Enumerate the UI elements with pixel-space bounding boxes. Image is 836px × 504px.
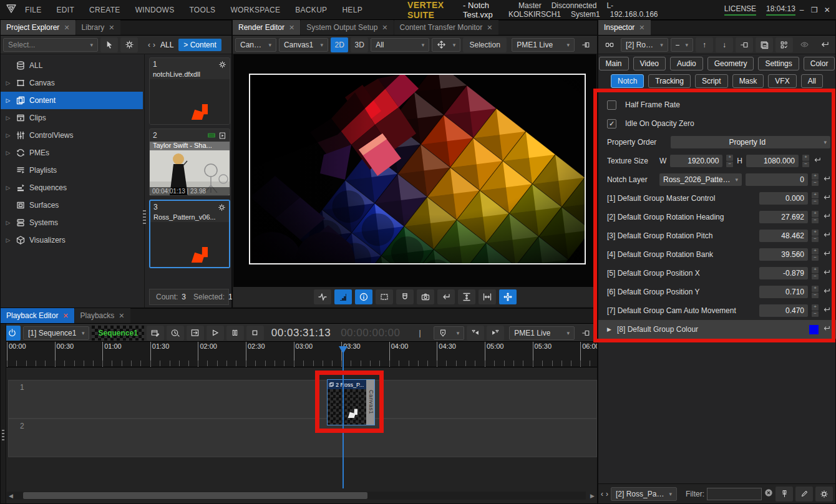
reset-icon[interactable] bbox=[822, 306, 830, 315]
property-value-field[interactable]: 48.462 bbox=[759, 230, 808, 242]
close-icon[interactable]: ✕ bbox=[109, 24, 114, 32]
render-viewport[interactable] bbox=[233, 54, 596, 287]
reset-icon[interactable] bbox=[813, 157, 821, 165]
gear-icon[interactable] bbox=[815, 487, 833, 502]
info-icon[interactable] bbox=[355, 289, 372, 304]
pick-cursor-button[interactable] bbox=[100, 37, 118, 52]
subcategory-button[interactable]: Mask bbox=[732, 74, 764, 88]
pause-button[interactable] bbox=[226, 326, 244, 341]
fit-horizontal-icon[interactable] bbox=[479, 289, 496, 304]
category-button[interactable]: Video bbox=[633, 57, 666, 70]
pin-icon[interactable] bbox=[577, 326, 595, 341]
inspected-object-dropdown[interactable]: [2] Ross_Pattern▾ bbox=[621, 38, 668, 52]
tree-item-clips[interactable]: ▷ Clips bbox=[1, 109, 144, 127]
reset-icon[interactable] bbox=[822, 269, 830, 278]
menu-item[interactable]: HELP bbox=[342, 6, 362, 14]
license-link[interactable]: LICENSE bbox=[724, 4, 756, 16]
tree-item-systems[interactable]: ▷ Systems bbox=[1, 214, 144, 231]
minimize-button[interactable]: – bbox=[795, 6, 808, 14]
breadcrumb-content[interactable]: > Content bbox=[178, 39, 221, 51]
fit-vertical-icon[interactable] bbox=[458, 289, 475, 304]
tab-inspector[interactable]: Inspector✕ bbox=[598, 20, 651, 35]
tree-item-controlviews[interactable]: ▷ ControlViews bbox=[1, 127, 144, 144]
property-value-field[interactable]: 39.560 bbox=[759, 248, 808, 261]
arrow-up-icon[interactable]: ↑ bbox=[696, 37, 713, 52]
timecode-clock-icon[interactable] bbox=[167, 326, 184, 341]
sequence-dropdown[interactable]: [1] Sequence1▾ bbox=[23, 326, 89, 340]
mode-2d-button[interactable]: 2D bbox=[331, 37, 348, 52]
clip-canvas-tab[interactable]: Canvas1 bbox=[366, 380, 374, 425]
reset-icon[interactable] bbox=[822, 288, 830, 296]
tab-playback-editor[interactable]: Playback Editor✕ bbox=[1, 308, 74, 323]
pin-icon[interactable] bbox=[736, 37, 753, 52]
pixel-grid-icon[interactable] bbox=[334, 289, 352, 304]
property-order-dropdown[interactable]: Property Id▾ bbox=[671, 136, 830, 148]
menu-item[interactable]: BACKUP bbox=[295, 6, 327, 14]
menu-item[interactable]: CREATE bbox=[89, 6, 120, 14]
panel-edge-handle[interactable] bbox=[1, 324, 6, 503]
idle-on-opacity-zero-checkbox[interactable]: ✓ bbox=[607, 119, 616, 128]
waveform-icon[interactable] bbox=[314, 289, 331, 304]
marquee-icon[interactable] bbox=[376, 289, 393, 304]
object-nav-dropdown[interactable]: [2] Ross_Pa..._v0...▾ bbox=[611, 487, 677, 501]
arrow-down-icon[interactable]: ↓ bbox=[716, 37, 733, 52]
tree-item-content[interactable]: ▷ Content bbox=[1, 92, 143, 109]
tree-item-surfaces[interactable]: Surfaces bbox=[1, 196, 144, 214]
texture-height-field[interactable]: 1080.000 bbox=[746, 155, 799, 167]
next-object-icon[interactable]: › bbox=[606, 490, 608, 498]
transform-dropdown[interactable]: ▾ bbox=[432, 38, 460, 52]
tree-item-sequences[interactable]: ▷ Sequences bbox=[1, 179, 144, 196]
spinner[interactable]: +− bbox=[726, 155, 733, 167]
subcategory-button[interactable]: Script bbox=[695, 74, 728, 88]
sub-object-dropdown[interactable]: –▾ bbox=[671, 38, 693, 52]
tree-item-canvas[interactable]: ▷ Canvas bbox=[1, 74, 144, 92]
half-frame-rate-checkbox[interactable] bbox=[607, 100, 616, 110]
tab-project-explorer[interactable]: Project Explorer✕ bbox=[1, 20, 75, 35]
reset-view-icon[interactable] bbox=[437, 289, 455, 304]
close-button[interactable]: ✕ bbox=[821, 6, 834, 14]
property-value-field[interactable]: 0.710 bbox=[759, 286, 808, 298]
selection-button[interactable]: Selection bbox=[463, 37, 507, 52]
active-sequence-field[interactable]: Sequence1 bbox=[92, 326, 143, 341]
menu-item[interactable]: WORKSPACE bbox=[230, 6, 280, 14]
tab-render-editor[interactable]: Render Editor✕ bbox=[233, 20, 300, 35]
filter-input[interactable] bbox=[707, 488, 762, 500]
property-value-field[interactable]: 0.000 bbox=[759, 192, 808, 205]
checklist-icon[interactable] bbox=[775, 37, 793, 52]
tab-library[interactable]: Library✕ bbox=[76, 20, 120, 35]
category-button[interactable]: Color bbox=[804, 57, 835, 70]
gear-icon[interactable] bbox=[120, 37, 138, 52]
reset-icon[interactable] bbox=[822, 213, 830, 221]
export-icon[interactable] bbox=[187, 326, 204, 341]
previous-cue-icon[interactable] bbox=[467, 326, 484, 341]
spinner[interactable]: +− bbox=[812, 173, 819, 186]
scroll-right-icon[interactable]: ▶ bbox=[590, 493, 595, 499]
close-icon[interactable]: ✕ bbox=[64, 24, 69, 32]
category-button[interactable]: Audio bbox=[670, 57, 703, 70]
spinner[interactable]: +− bbox=[802, 155, 809, 167]
menu-item[interactable]: FILE bbox=[25, 6, 42, 14]
reset-icon[interactable] bbox=[822, 325, 830, 334]
link-icon[interactable] bbox=[601, 37, 618, 52]
category-button[interactable]: Geometry bbox=[707, 57, 754, 70]
timeline-clip-ross-pattern[interactable]: 2 Ross_P... Canvas1 bbox=[327, 379, 375, 425]
scroll-left-icon[interactable]: ◀ bbox=[9, 493, 13, 499]
spinner[interactable]: +− bbox=[812, 192, 819, 205]
spinner[interactable]: +− bbox=[812, 211, 819, 223]
mode-3d-button[interactable]: 3D bbox=[351, 37, 368, 52]
canvas1-dropdown[interactable]: Canvas1▾ bbox=[279, 38, 328, 52]
tree-item-playlists[interactable]: Playlists bbox=[1, 162, 144, 179]
scrollbar-thumb[interactable] bbox=[23, 492, 367, 499]
pin-icon[interactable] bbox=[577, 37, 595, 52]
tab-playbacks[interactable]: Playbacks✕ bbox=[75, 308, 130, 323]
tree-item-all[interactable]: ALL bbox=[1, 57, 144, 74]
tab-system-output-setup[interactable]: System Output Setup✕ bbox=[301, 20, 393, 35]
content-card-ross-pattern[interactable]: 3 Ross_Pattern_v06... bbox=[149, 200, 230, 268]
spinner[interactable]: +− bbox=[812, 248, 819, 261]
nav-forward-icon[interactable]: › bbox=[153, 41, 155, 49]
menu-item[interactable]: TOOLS bbox=[189, 6, 215, 14]
subcategory-button[interactable]: VFX bbox=[768, 74, 796, 88]
revert-icon[interactable] bbox=[815, 37, 833, 52]
reset-icon[interactable] bbox=[822, 175, 830, 184]
canvas-dropdown[interactable]: Canvas▾ bbox=[235, 38, 276, 52]
